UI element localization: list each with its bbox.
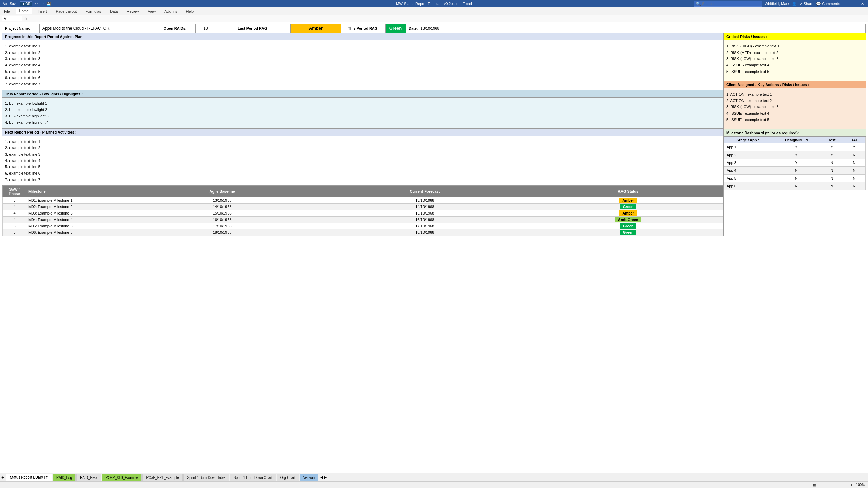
rag-badge: Green — [620, 223, 636, 229]
last-period-rag-value: Amber — [291, 24, 341, 33]
table-row: 5 M06: Example Milestone 6 18/10/1968 18… — [3, 229, 723, 236]
critical-risks-header: Critical Risks / Issues : — [724, 33, 866, 40]
project-name-value: Apps Mod to the Cloud - REFACTOR — [40, 24, 155, 33]
profile-icon[interactable]: 👤 — [792, 2, 797, 6]
tab-formulas[interactable]: Formulas — [83, 8, 104, 14]
dash-col-app: Stage / App : — [724, 137, 772, 143]
add-sheet-icon[interactable]: + — [1, 475, 4, 480]
list-item: 3. example text line 3 — [5, 56, 721, 62]
sheet-nav-left[interactable]: ◀ — [320, 475, 323, 480]
save-icon[interactable]: 💾 — [46, 2, 51, 6]
rag-badge: Green — [620, 230, 636, 235]
list-item: 4. example text line 4 — [5, 62, 721, 68]
next-period-body: 1. example text line 1 2. example text l… — [2, 136, 723, 186]
window-title: MW Status Report Template v0.2.xlsm - Ex… — [396, 2, 472, 6]
table-row: 5 M05: Example Milestone 5 17/10/1968 17… — [3, 223, 723, 229]
formula-input[interactable] — [29, 17, 866, 21]
minimize-button[interactable]: — — [843, 2, 849, 6]
progress-section: Progress in this Report Period Against P… — [2, 33, 723, 90]
tab-sprint1-chart[interactable]: Sprint 1 Burn Down Chart — [230, 474, 276, 481]
list-item: 7. example text line 7 — [5, 177, 721, 183]
rag-badge: Amb-Green — [615, 217, 641, 222]
view-page-layout-icon[interactable]: ⊞ — [820, 483, 822, 487]
table-row: 4 M02: Example Milestone 2 14/10/1968 14… — [3, 204, 723, 210]
list-item: 2. RISK (MED) - example text 2 — [726, 49, 863, 56]
list-item: 3. RISK (LOW) - example text 3 — [726, 56, 863, 62]
view-normal-icon[interactable]: ▦ — [813, 483, 816, 487]
next-period-header: Next Report Period - Planned Activities … — [2, 129, 723, 136]
tab-version[interactable]: Version — [300, 474, 318, 481]
tab-help[interactable]: Help — [183, 8, 197, 14]
lowlights-body: 1. LL - example lowlight 1 2. LL - examp… — [2, 98, 723, 128]
list-item: 2. example text line 2 — [5, 145, 721, 151]
zoom-slider[interactable]: ——— — [837, 483, 847, 487]
zoom-in-icon[interactable]: + — [851, 483, 853, 487]
zoom-out-icon[interactable]: − — [832, 483, 834, 487]
dash-col-uat: UAT — [843, 137, 865, 143]
milestone-dashboard-section: Milestone Dashboard (tailor as required)… — [724, 129, 866, 190]
ribbon: File Home Insert Page Layout Formulas Da… — [0, 7, 868, 15]
tab-poap-xls[interactable]: POaP_XLS_Example — [102, 474, 142, 481]
share-icon[interactable]: ↗ Share — [800, 2, 813, 6]
comments-icon[interactable]: 💬 Comments — [816, 2, 840, 6]
tab-raid-log[interactable]: RAID_Log — [53, 474, 76, 481]
two-col-layout: Progress in this Report Period Against P… — [2, 33, 866, 236]
close-button[interactable]: ✕ — [860, 2, 865, 6]
tab-view[interactable]: View — [145, 8, 159, 14]
list-item: 1. RISK (HIGH) - example text 1 — [726, 43, 863, 49]
view-page-break-icon[interactable]: ⊟ — [826, 483, 828, 487]
tab-data[interactable]: Data — [107, 8, 120, 14]
date-area: Date: 13/10/1968 — [406, 24, 866, 33]
undo-icon[interactable]: ↩ — [35, 2, 38, 6]
progress-header: Progress in this Report Period Against P… — [2, 33, 723, 40]
list-item: 1. ACTION - example text 1 — [726, 91, 863, 98]
date-label: Date: — [409, 26, 418, 30]
last-period-rag-label: Last Period RAG: — [216, 24, 291, 33]
formula-divider: fx — [24, 17, 27, 21]
tab-org-chart[interactable]: Org Chart — [277, 474, 299, 481]
tab-status-report[interactable]: Status Report DDMMYY — [6, 474, 52, 481]
list-item: 6. example text line 6 — [5, 75, 721, 81]
search-icon: 🔍 — [696, 2, 701, 6]
zoom-level: 100% — [856, 483, 865, 487]
formula-bar: fx — [0, 15, 868, 22]
tab-addins[interactable]: Add-ins — [162, 8, 180, 14]
rag-badge: Green — [620, 204, 636, 209]
tab-page-layout[interactable]: Page Layout — [53, 8, 80, 14]
list-item: 3. RISK (LOW) - example text 3 — [726, 104, 863, 110]
col-forecast: Current Forecast — [316, 186, 533, 197]
table-row: App 1YYY — [724, 143, 866, 151]
table-row: 4 M03: Example Milestone 3 15/10/1968 15… — [3, 210, 723, 217]
col-baseline: Agile Baseline — [128, 186, 316, 197]
tab-home[interactable]: Home — [16, 8, 32, 14]
table-row: App 3YNN — [724, 159, 866, 167]
list-item: 2. LL - example lowlight 2 — [5, 107, 721, 113]
maximize-button[interactable]: □ — [852, 2, 857, 6]
tab-raid-pivot[interactable]: RAID_Pivot — [76, 474, 101, 481]
tab-insert[interactable]: Insert — [35, 8, 50, 14]
tab-sprint1-table[interactable]: Sprint 1 Burn Down Table — [183, 474, 229, 481]
col-rag: RAG Status — [533, 186, 723, 197]
list-item: 4. ISSUE - example text 4 — [726, 110, 863, 117]
sheet-tabs: + Status Report DDMMYY RAID_Log RAID_Piv… — [0, 473, 868, 481]
tab-review[interactable]: Review — [124, 8, 141, 14]
date-value: 13/10/1968 — [421, 26, 439, 30]
redo-icon[interactable]: ↪ — [41, 2, 44, 6]
list-item: 7. example text line 7 — [5, 81, 721, 87]
cell-reference[interactable] — [2, 16, 22, 21]
this-period-rag-label: This Period RAG: — [341, 24, 386, 33]
tab-poap-ppt[interactable]: POaP_PPT_Example — [142, 474, 182, 481]
progress-body: 1. example text line 1 2. example text l… — [2, 40, 723, 90]
autosave-toggle[interactable]: ● Off — [20, 1, 32, 6]
dash-col-test: Test — [821, 137, 843, 143]
project-name-label: Project Name: — [2, 24, 40, 33]
list-item: 1. LL - example lowlight 1 — [5, 100, 721, 107]
milestone-table: SoW / Phase Milestone Agile Baseline Cur… — [2, 186, 723, 236]
title-bar: AutoSave ● Off ↩ ↪ 💾 MW Status Report Te… — [0, 0, 868, 7]
tab-file[interactable]: File — [1, 8, 13, 14]
sheet-nav-right[interactable]: ▶ — [324, 475, 327, 480]
list-item: 4. ISSUE - example text 4 — [726, 62, 863, 68]
list-item: 1. example text line 1 — [5, 43, 721, 49]
search-input[interactable] — [694, 1, 762, 7]
list-item: 3. LL - example highlight 3 — [5, 113, 721, 119]
